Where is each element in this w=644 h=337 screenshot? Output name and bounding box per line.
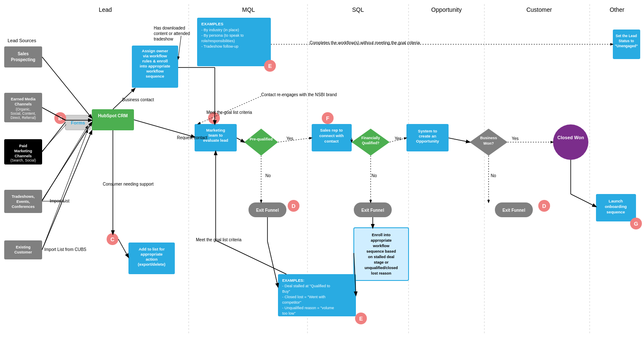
sales-rep-text3: contact	[324, 139, 339, 143]
svg-line-17	[278, 138, 312, 142]
existing-customer-text: Existing	[16, 245, 30, 249]
lead-sources-label: Lead Sources	[8, 38, 36, 43]
header-customer: Customer	[526, 6, 552, 13]
svg-line-32	[216, 240, 286, 274]
diagram-container: Lead MQL SQL Opportunity Customer Other …	[0, 0, 644, 337]
assign-owner-text1: Assign owner	[142, 49, 168, 53]
sales-prospecting-text: Sales	[18, 51, 29, 56]
no-label-2: No	[371, 173, 377, 178]
hubspot-crm-box	[92, 109, 134, 130]
examples-bottom-text3: Buy"	[282, 289, 290, 294]
enroll-workflow-text7: unqualified/closed	[364, 266, 398, 270]
launch-onboarding-text1: Launch	[609, 199, 623, 203]
marketing-team-text1: Marketing	[206, 128, 225, 132]
examples-bottom-text5: competitor"	[282, 300, 301, 305]
earned-media-text2: Channels	[15, 102, 32, 106]
paid-marketing-text4: (Search, Social)	[11, 158, 36, 162]
examples-top-text3: - By persona (to speak to	[201, 33, 244, 38]
header-other: Other	[609, 6, 624, 13]
header-mql: MQL	[242, 6, 255, 13]
svg-line-37	[118, 239, 128, 257]
system-create-text3: Opportunity	[416, 139, 439, 143]
existing-customer-text2: Customer	[14, 250, 32, 254]
no-label-1: No	[265, 173, 271, 178]
earned-media-text3: (Organic,	[16, 107, 31, 111]
paid-marketing-text2: Marketing	[14, 149, 32, 153]
circle-e1-text: E	[268, 63, 272, 69]
svg-line-5	[42, 57, 92, 118]
enroll-workflow-text2: appropriate	[371, 238, 392, 243]
paid-marketing-text: Paid	[19, 144, 27, 148]
business-won-text2: Won?	[484, 141, 494, 146]
system-create-text2: create an	[419, 134, 436, 138]
enroll-workflow-text1: Enroll into	[372, 233, 391, 237]
examples-top-text4: role/responsibilities)	[201, 39, 235, 43]
circle-d2-text: D	[542, 203, 546, 209]
tradeshows-text3: Conferences	[12, 205, 35, 209]
paid-marketing-text3: Channels	[15, 154, 32, 158]
flowchart-svg: Lead MQL SQL Opportunity Customer Other …	[0, 0, 644, 337]
enroll-workflow-text8: lost reason	[371, 271, 391, 275]
examples-bottom-text6: - Unqualified reason = "volume	[282, 306, 334, 310]
no-label-3: No	[491, 173, 496, 178]
examples-bottom-text4: - Closed lost = "Went with	[282, 295, 326, 299]
header-lead: Lead	[99, 6, 112, 13]
svg-line-11	[42, 131, 92, 250]
forms-text: Forms	[71, 120, 85, 125]
sales-prospecting-text2: Prospecting	[11, 57, 35, 62]
examples-top-text5: - Tradeshow follow-up	[201, 44, 238, 49]
pre-qualified-diamond	[244, 129, 278, 156]
consumer-support-text: Consumer needing support	[103, 182, 154, 186]
pre-qualified-text: Pre-qualified	[250, 137, 273, 141]
header-opportunity: Opportunity	[431, 6, 462, 13]
sales-rep-text1: Sales rep to	[320, 128, 343, 132]
earned-media-text4: Social, Content,	[11, 111, 36, 116]
hubspot-crm-text: HubSpot CRM	[98, 113, 128, 118]
launch-onboarding-text3: sequence	[607, 210, 625, 214]
svg-line-35	[178, 36, 181, 59]
tradeshows-text: Tradeshows,	[12, 194, 35, 199]
assign-owner-text6: sequence	[146, 74, 164, 78]
enroll-workflow-text6: stage or	[374, 260, 389, 264]
svg-line-26	[571, 194, 596, 207]
circle-e2-text: E	[359, 315, 363, 322]
add-to-list-text3: action	[146, 257, 158, 262]
assign-owner-text2: via workflow	[143, 54, 167, 58]
examples-bottom-text1: EXAMPLES:	[282, 278, 305, 283]
examples-bottom-text7: too low"	[282, 311, 296, 315]
sales-prospecting-box	[4, 46, 42, 67]
svg-line-15	[134, 120, 195, 137]
earned-media-text5: Direct, Referral)	[11, 116, 36, 120]
yes-label-1: Yes	[286, 136, 293, 141]
circle-c-text: C	[110, 236, 115, 243]
assign-owner-text5: workflow	[146, 69, 164, 73]
examples-bottom-text2: - Deal stalled at "Qualified to	[282, 284, 330, 288]
assign-owner-text3: rules & enroll	[142, 59, 168, 63]
examples-top-text1: EXAMPLES	[201, 22, 223, 26]
contact-reengages-text: Contact re-engages with the NSBI brand	[261, 92, 337, 97]
add-to-list-text4: (export/delete)	[138, 262, 165, 267]
tradeshows-text2: Events,	[16, 200, 30, 204]
has-downloaded-text1: Has downloaded	[154, 26, 185, 30]
circle-g-text: G	[634, 221, 638, 227]
circle-a-text: A	[212, 115, 216, 121]
header-sql: SQL	[352, 6, 364, 13]
enroll-workflow-text5: on stalled deal	[368, 255, 395, 259]
add-to-list-text1: Add to list for	[139, 247, 165, 251]
set-lead-status-text3: "Unengaged"	[615, 44, 638, 48]
yes-label-3: Yes	[512, 136, 518, 141]
add-to-list-text2: appropriate	[141, 252, 163, 256]
examples-top-text2: - By industry (in place)	[201, 28, 239, 32]
meet-goal-top-text: Meet the goal list criteria	[206, 110, 252, 115]
marketing-team-text2: team to	[208, 133, 223, 137]
exit-funnel-2-text: Exit Funnel	[361, 208, 384, 213]
svg-line-39	[42, 124, 66, 151]
svg-line-20	[449, 138, 470, 142]
meet-goal-bottom-text: Meet the goal list criteria	[196, 237, 242, 242]
business-won-text1: Business	[480, 136, 497, 140]
set-lead-status-text1: Set the Lead	[616, 34, 637, 38]
business-contact-text: Business contact	[122, 97, 154, 102]
financially-qualified-text2: Qualified?	[362, 141, 379, 145]
exit-funnel-3-text: Exit Funnel	[502, 208, 525, 213]
launch-onboarding-text2: onboarding	[605, 204, 627, 209]
